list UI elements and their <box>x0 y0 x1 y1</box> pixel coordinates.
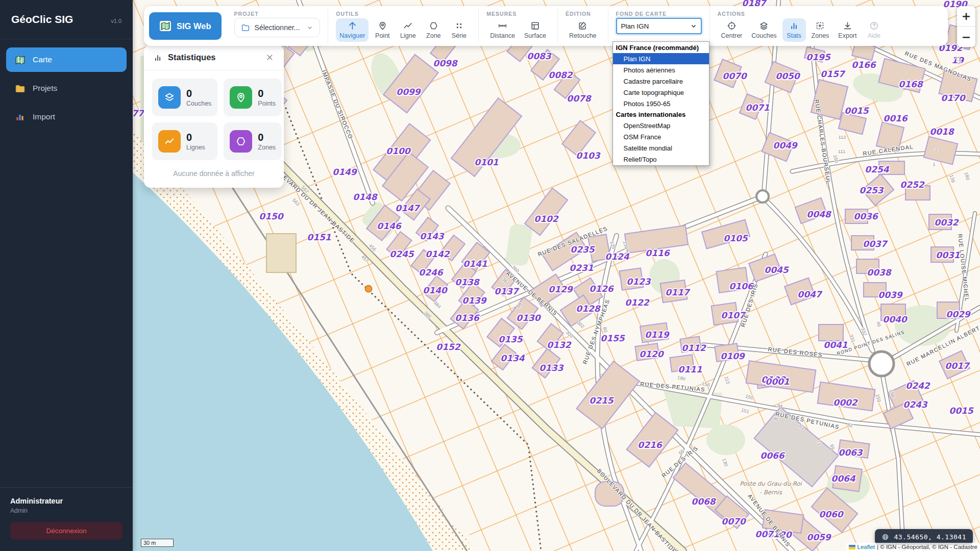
stat-label: Zones <box>258 144 276 151</box>
button-label: Stats <box>787 32 801 39</box>
logout-button[interactable]: Déconnexion <box>10 522 122 540</box>
export-button[interactable]: Export <box>835 18 860 42</box>
globe-icon <box>881 533 889 541</box>
stats-button[interactable]: Stats <box>782 18 806 42</box>
hexagon-icon <box>429 21 438 31</box>
ruler-icon <box>498 21 507 31</box>
statistics-grid: 0 Couches 0 Points 0 Lignes 0 Zones <box>144 70 284 163</box>
leaflet-link[interactable]: Leaflet <box>857 544 875 550</box>
basemap-group-header: IGN France (recommandé) <box>613 42 709 53</box>
coordinates-value: 43.54650, 4.13041 <box>894 533 966 541</box>
dots-icon <box>454 21 464 31</box>
line-icon <box>158 130 181 153</box>
flag-icon <box>849 545 855 549</box>
basemap-option[interactable]: Cadastre parcellaire <box>613 76 709 87</box>
toolbar-section-projet: PROJET Sélectionner... <box>227 9 328 43</box>
sidebar-item-carte[interactable]: Carte <box>6 47 127 72</box>
stat-card-zones: 0 Zones <box>224 122 282 160</box>
basemap-option[interactable]: Satellite mondial <box>613 142 709 154</box>
basemap-option[interactable]: Plan IGN <box>613 53 709 64</box>
edit-icon <box>578 21 587 31</box>
statistics-panel: Statistiques 0 Couches 0 Points 0 Lignes <box>144 45 284 188</box>
stat-value: 0 <box>186 88 211 99</box>
sidebar-footer: Administrateur Admin Déconnexion <box>0 487 133 551</box>
download-icon <box>843 21 852 31</box>
statistics-panel-title: Statistiques <box>168 53 259 62</box>
project-selector-label: Sélectionner... <box>255 23 300 32</box>
select-caret-icon <box>691 23 697 29</box>
sidebar-item-label: Projets <box>33 84 57 93</box>
stat-card-points: 0 Points <box>224 79 282 116</box>
button-label: Point <box>375 32 390 39</box>
chevron-down-icon <box>306 24 313 31</box>
sidebar: GéoClic SIG v1.0 Carte Projets Import Ad… <box>0 0 133 551</box>
surface-button[interactable]: Surface <box>521 18 550 42</box>
zoom-control: + − <box>957 6 975 47</box>
toolbar-section-actions: ACTIONS Centrer Couches Stats Zones Expo… <box>709 9 894 43</box>
sidebar-header: GéoClic SIG v1.0 <box>0 0 133 39</box>
stat-value: 0 <box>258 88 276 99</box>
toolbar: SIG Web PROJET Sélectionner... OUTILS Na… <box>144 6 948 46</box>
stat-value: 0 <box>186 132 205 143</box>
folder-icon <box>241 23 250 32</box>
toolbar-section-mesures: MESURES Distance Surface <box>478 9 557 43</box>
distance-button[interactable]: Distance <box>486 18 519 42</box>
retouche-button[interactable]: Retouche <box>566 18 600 42</box>
sidebar-item-label: Carte <box>33 55 52 64</box>
toolbar-section-outils: OUTILS Naviguer Point Ligne Zone Série <box>328 9 478 43</box>
map-attribution: Leaflet | © IGN - Géoportail, © IGN - Ca… <box>846 543 980 551</box>
pin-icon <box>378 21 387 31</box>
line-icon <box>403 21 413 31</box>
point-button[interactable]: Point <box>371 18 394 42</box>
stat-label: Points <box>258 100 276 107</box>
basemap-option[interactable]: OpenStreetMap <box>613 120 709 131</box>
naviguer-button[interactable]: Naviguer <box>336 18 369 42</box>
ligne-button[interactable]: Ligne <box>396 18 420 42</box>
button-label: Couches <box>751 32 776 39</box>
basemap-option[interactable]: Relief/Topo <box>613 154 709 165</box>
zoom-in-button[interactable]: + <box>957 6 975 27</box>
sig-web-button[interactable]: SIG Web <box>149 12 222 40</box>
zones-button[interactable]: Zones <box>808 18 833 42</box>
map-icon <box>14 54 26 65</box>
aide-button[interactable]: Aide <box>862 18 886 42</box>
sidebar-item-label: Import <box>33 112 55 121</box>
button-label: Centrer <box>721 32 743 39</box>
app-version: v1.0 <box>111 18 121 24</box>
table-icon <box>530 21 540 31</box>
sidebar-nav: Carte Projets Import <box>0 39 133 487</box>
project-selector[interactable]: Sélectionner... <box>234 18 321 37</box>
stat-value: 0 <box>258 132 276 143</box>
button-label: Naviguer <box>339 32 365 39</box>
user-name: Administrateur <box>10 497 122 505</box>
zoom-out-button[interactable]: − <box>957 27 975 47</box>
zone-button[interactable]: Zone <box>422 18 445 42</box>
sig-web-label: SIG Web <box>177 21 211 31</box>
basemap-option[interactable]: Photos 1950-65 <box>613 98 709 109</box>
basemap-option[interactable]: Carte topographique <box>613 87 709 98</box>
basemap-select[interactable]: Plan IGN <box>616 18 702 34</box>
sidebar-item-projets[interactable]: Projets <box>6 76 127 101</box>
import-chart-icon <box>14 111 26 122</box>
basemap-option[interactable]: OSM France <box>613 131 709 142</box>
arrow-up-icon <box>348 21 357 31</box>
section-label-outils: OUTILS <box>336 11 471 17</box>
centrer-button[interactable]: Centrer <box>718 18 746 42</box>
sidebar-item-import[interactable]: Import <box>6 105 127 129</box>
map-icon <box>159 20 172 32</box>
basemap-selected-value: Plan IGN <box>621 22 649 30</box>
basemap-option[interactable]: Photos aériennes <box>613 64 709 76</box>
close-icon[interactable] <box>265 53 275 62</box>
layers-icon <box>158 86 181 109</box>
basemap-dropdown: IGN France (recommandé)Plan IGNPhotos aé… <box>612 41 709 166</box>
couches-button[interactable]: Couches <box>748 18 780 42</box>
section-label-fond-de-carte: FOND DE CARTE <box>616 11 702 17</box>
pin-icon <box>230 86 252 109</box>
statistics-panel-header: Statistiques <box>144 45 284 70</box>
serie-button[interactable]: Série <box>447 18 471 42</box>
empty-message: Aucune donnée à afficher <box>144 163 284 188</box>
toolbar-section-edition: ÉDITION Retouche <box>557 9 608 43</box>
stat-label: Lignes <box>186 144 205 151</box>
button-label: Zone <box>426 32 441 39</box>
button-label: Série <box>452 32 467 39</box>
